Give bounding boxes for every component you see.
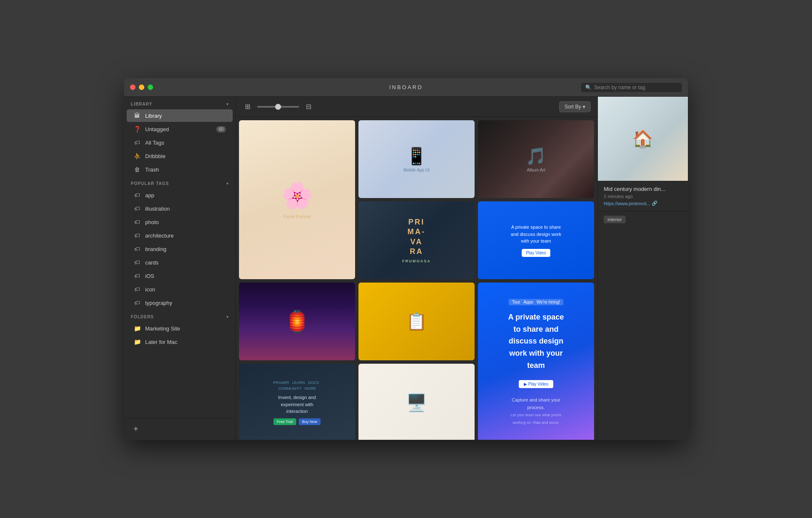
sidebar-item-tag-illustration[interactable]: 🏷 illustration (127, 202, 233, 215)
search-bar[interactable]: 🔍 (581, 83, 682, 92)
sidebar-item-label: illustration (145, 206, 170, 212)
sidebar-item-library[interactable]: 🏛 Library (127, 109, 233, 122)
album-art-image: 🎵 Album Art (478, 120, 594, 198)
grid-item-team-collab[interactable]: Tour Apps We're hiring! A private space … (478, 283, 594, 440)
sidebar-item-label: cards (145, 259, 159, 266)
primavara-image: PRIMA-VARA FRUMOASA (358, 201, 475, 279)
grid-small-icon[interactable]: ⊞ (242, 101, 253, 112)
grid-item-primavara[interactable]: PRIMA-VARA FRUMOASA (358, 201, 475, 279)
phone-ui-image: 📱 Mobile App UI (358, 120, 475, 198)
framer-web-image: FRAMER LEARN DOCS COMMUNITY MORE Invent,… (239, 364, 355, 440)
library-section-header: LIBRARY ▾ (124, 97, 235, 109)
detail-title: Mid century modern din... (604, 186, 682, 192)
sidebar-item-all-tags[interactable]: 🏷 All Tags (127, 136, 233, 149)
search-input[interactable] (594, 85, 678, 90)
external-link-icon: 🔗 (652, 201, 658, 206)
close-button[interactable] (130, 85, 135, 90)
grid-item-framer-web[interactable]: FRAMER LEARN DOCS COMMUNITY MORE Invent,… (239, 364, 355, 440)
workspace-image: 🖥️ (358, 364, 475, 440)
grid-item-phone-ui[interactable]: 📱 Mobile App UI (358, 120, 475, 198)
app-window: INBOARD 🔍 LIBRARY ▾ 🏛 Library ❓ Untagged… (124, 78, 688, 440)
detail-url[interactable]: https://www.pinterest... 🔗 (604, 201, 682, 206)
sidebar-item-label: Untagged (145, 126, 169, 132)
detail-tag[interactable]: interior (604, 216, 626, 223)
folder-icon: 📁 (133, 325, 141, 332)
sidebar-item-tag-cards[interactable]: 🏷 cards (127, 256, 233, 269)
tag-icon: 🏷 (133, 272, 141, 279)
sidebar-item-dribbble[interactable]: ⛹ Dribbble (127, 150, 233, 162)
grid-item-floral-portrait[interactable]: 🌸 Floral Portrait (239, 120, 355, 279)
sidebar-item-tag-architecture[interactable]: 🏷 architecture (127, 229, 233, 242)
folders-section-header: FOLDERS ▾ (124, 309, 235, 322)
detail-timestamp: 2 minutes ago (604, 194, 682, 199)
sidebar-item-label: All Tags (145, 140, 164, 146)
content-toolbar: ⊞ ⊟ Sort By ▾ (236, 97, 597, 117)
folders-section-label: FOLDERS (131, 314, 154, 319)
lighthouse-image: 🏮 (239, 283, 355, 360)
sidebar-item-tag-typography[interactable]: 🏷 typography (127, 296, 233, 309)
detail-panel: 🏠 Mid century modern din... 2 minutes ag… (597, 97, 688, 440)
sidebar-item-tag-ios[interactable]: 🏷 iOS (127, 270, 233, 282)
dribbble-icon: ⛹ (133, 153, 141, 159)
tag-icon: 🏷 (133, 286, 141, 293)
sidebar-item-label: Marketing Site (145, 325, 180, 332)
team-collab-image: Tour Apps We're hiring! A private space … (478, 283, 594, 440)
sidebar-bottom: + (124, 418, 235, 440)
sidebar-item-label: architecture (145, 233, 174, 239)
search-icon: 🔍 (585, 85, 592, 90)
detail-tags-section: interior (598, 211, 688, 227)
popular-tags-chevron-icon: ▾ (226, 181, 228, 186)
sort-button[interactable]: Sort By ▾ (559, 101, 591, 112)
minimize-button[interactable] (139, 85, 144, 90)
sidebar-item-label: branding (145, 246, 167, 252)
add-button[interactable]: + (131, 423, 141, 435)
grid-item-blue-app[interactable]: A private space to share and discuss des… (478, 201, 594, 279)
sort-arrow-icon: ▾ (583, 104, 585, 110)
sidebar-item-label: Library (145, 113, 162, 119)
traffic-lights (130, 85, 153, 90)
sidebar-item-tag-photo[interactable]: 🏷 photo (127, 216, 233, 228)
sidebar-item-label: app (145, 192, 154, 198)
sidebar-item-tag-icon[interactable]: 🏷 icon (127, 283, 233, 296)
trash-icon: 🗑 (133, 166, 141, 173)
library-section-label: LIBRARY (131, 102, 152, 106)
sidebar-item-label: Trash (145, 166, 159, 173)
sidebar-item-tag-app[interactable]: 🏷 app (127, 189, 233, 201)
tag-icon: 🏷 (133, 192, 141, 198)
maximize-button[interactable] (148, 85, 153, 90)
tag-icon: 🏷 (133, 232, 141, 239)
sidebar-item-label: photo (145, 219, 159, 225)
folders-chevron-icon: ▾ (226, 314, 228, 319)
grid-item-album-art[interactable]: 🎵 Album Art (478, 120, 594, 198)
sidebar-item-folder-marketing[interactable]: 📁 Marketing Site (127, 322, 233, 335)
titlebar: INBOARD 🔍 (124, 78, 688, 97)
tag-icon: 🏷 (133, 246, 141, 252)
image-grid: 🌸 Floral Portrait 📱 Mobile App UI (236, 117, 597, 440)
detail-room-image: 🏠 (598, 97, 688, 181)
sidebar-item-trash[interactable]: 🗑 Trash (127, 163, 233, 176)
grid-item-yellow-card[interactable]: 📋 (358, 283, 475, 360)
detail-preview-image: 🏠 (598, 97, 688, 181)
zoom-slider[interactable] (257, 106, 299, 108)
sidebar-item-label: Later for Mac (145, 339, 178, 345)
sidebar-item-label: icon (145, 286, 155, 293)
untagged-icon: ❓ (133, 126, 141, 132)
sidebar: LIBRARY ▾ 🏛 Library ❓ Untagged 60 🏷 All … (124, 97, 236, 440)
content-area: ⊞ ⊟ Sort By ▾ 🌸 Floral Portrait (236, 97, 597, 440)
sidebar-item-tag-branding[interactable]: 🏷 branding (127, 243, 233, 255)
floral-portrait-image: 🌸 Floral Portrait (239, 120, 355, 279)
zoom-slider-container (257, 106, 299, 108)
sidebar-item-untagged[interactable]: ❓ Untagged 60 (127, 123, 233, 135)
untagged-badge: 60 (216, 126, 226, 132)
grid-large-icon[interactable]: ⊟ (303, 101, 314, 112)
grid-item-workspace[interactable]: 🖥️ (358, 364, 475, 440)
sort-label: Sort By (565, 104, 581, 110)
main-body: LIBRARY ▾ 🏛 Library ❓ Untagged 60 🏷 All … (124, 97, 688, 440)
detail-url-text: https://www.pinterest... (604, 201, 650, 206)
library-chevron-icon: ▾ (226, 102, 228, 106)
app-title: INBOARD (389, 84, 423, 90)
sidebar-item-label: iOS (145, 273, 154, 279)
grid-item-lighthouse[interactable]: 🏮 (239, 283, 355, 360)
sidebar-item-folder-later[interactable]: 📁 Later for Mac (127, 336, 233, 348)
tag-icon: 🏷 (133, 259, 141, 266)
